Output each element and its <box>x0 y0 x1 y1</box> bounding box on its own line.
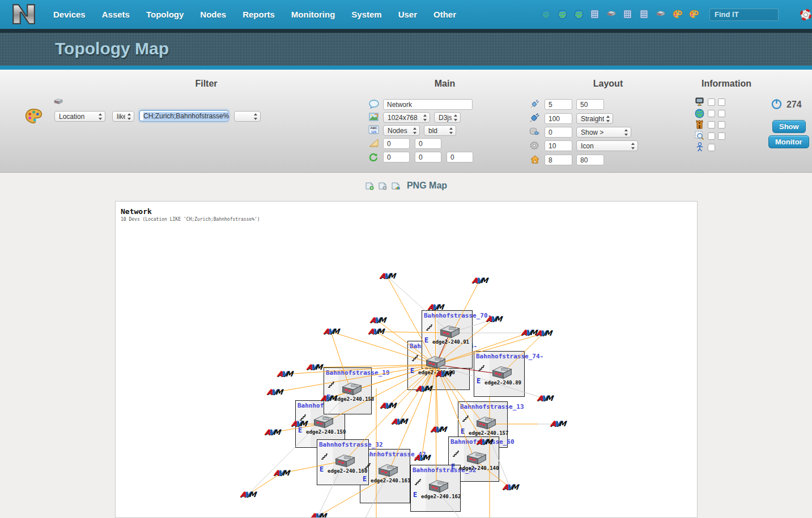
nav-item-other[interactable]: Other <box>433 10 456 19</box>
db-val-input[interactable]: 0 <box>545 127 572 138</box>
avm-node[interactable]: AVM <box>521 328 537 337</box>
link-val1-input[interactable]: 5 <box>545 99 572 110</box>
building-icon[interactable] <box>640 10 650 20</box>
nav-item-topology[interactable]: Topology <box>146 10 184 19</box>
avm-node[interactable]: AVM <box>369 316 385 324</box>
avm-node[interactable]: AVM <box>427 303 443 311</box>
device-box[interactable]: Bahnhofstrasse_32 <box>317 439 369 485</box>
avm-node[interactable]: AVM <box>240 490 256 499</box>
map-settings-icon[interactable] <box>378 182 387 190</box>
avm-node[interactable]: AVM <box>476 438 492 446</box>
map-chart-icon[interactable] <box>391 182 400 190</box>
info-checkbox-4a[interactable] <box>708 132 715 140</box>
device-box[interactable]: Bahnhofstrasse_19 <box>324 367 372 414</box>
avm-node[interactable]: AVM <box>415 384 431 393</box>
gear-val-input[interactable]: 10 <box>545 140 572 151</box>
device-box[interactable]: Bahnhofstrasse_70- <box>422 310 473 369</box>
avm-node[interactable]: AVM <box>277 370 292 378</box>
node-icon-select[interactable]: Icon <box>576 140 638 151</box>
avm-node[interactable]: AVM <box>380 401 396 410</box>
switch-icon[interactable] <box>607 10 617 20</box>
filter-field-select[interactable]: Location <box>54 111 105 122</box>
info-checkbox-1a[interactable] <box>708 99 715 106</box>
avm-node[interactable]: AVM <box>264 428 280 436</box>
avm-node[interactable]: AVM <box>435 370 451 378</box>
info-checkbox-5a[interactable] <box>708 144 715 151</box>
globe-icon[interactable] <box>558 10 568 20</box>
avm-node[interactable]: AVM <box>379 272 395 280</box>
home-val2-input[interactable]: 80 <box>576 155 604 165</box>
palette-icon[interactable] <box>25 108 42 124</box>
grid-y-input[interactable]: 0 <box>415 138 441 149</box>
link-val2-input[interactable]: 50 <box>576 99 604 110</box>
monitor-button[interactable]: Monitor <box>768 135 809 148</box>
device-box[interactable]: Bahnhofstrasse_74- <box>474 351 525 397</box>
palette-icon[interactable] <box>673 10 683 20</box>
filter-query-input[interactable]: CH;Zurich;Bahnhofstrasse% <box>139 110 228 121</box>
info-checkbox-1b[interactable] <box>718 99 725 106</box>
device-box[interactable]: Bahnhofstrasse_52 <box>410 465 461 512</box>
switch-icon[interactable] <box>656 10 666 20</box>
nav-item-devices[interactable]: Devices <box>53 10 86 19</box>
avm-node[interactable]: AVM <box>310 512 326 518</box>
show-button[interactable]: Show <box>772 120 806 133</box>
add-map-icon[interactable] <box>365 182 374 190</box>
help-lifebuoy-icon[interactable] <box>800 9 811 20</box>
filter-extra-select[interactable] <box>234 111 261 122</box>
avm-node[interactable]: AVM <box>306 363 322 371</box>
avm-node[interactable]: AVM <box>414 453 430 462</box>
nav-item-monitoring[interactable]: Monitoring <box>291 10 335 19</box>
avm-node[interactable]: AVM <box>291 419 307 428</box>
info-checkbox-4b[interactable] <box>718 132 725 140</box>
map-size-select[interactable]: 1024x768 <box>383 112 430 123</box>
rotate-b-input[interactable]: 0 <box>415 152 441 162</box>
render-engine-select[interactable]: D3js <box>434 112 461 123</box>
map-name-input[interactable]: Network <box>383 99 473 110</box>
info-checkbox-2b[interactable] <box>718 110 725 117</box>
nedi-logo-icon[interactable] <box>10 2 37 27</box>
power-icon[interactable] <box>771 99 782 109</box>
globe-icon[interactable] <box>574 10 584 20</box>
label-style-select[interactable]: bld <box>424 125 456 136</box>
avm-node[interactable]: AVM <box>486 315 501 323</box>
main-menu: DevicesAssetsTopologyNodesReportsMonitor… <box>53 10 456 19</box>
avm-node[interactable]: AVM <box>537 394 552 403</box>
avm-node[interactable]: AVM <box>550 419 566 428</box>
search-input[interactable] <box>709 8 779 21</box>
link-width-input[interactable]: 100 <box>545 113 572 124</box>
topology-map-canvas[interactable]: Network 10 Devs (Location LIKE 'CH;Zuric… <box>115 201 698 518</box>
grid-x-input[interactable]: 0 <box>383 138 410 149</box>
show-mode-select[interactable]: Show > <box>576 127 631 138</box>
nav-item-user[interactable]: User <box>398 10 417 19</box>
avm-node[interactable]: AVM <box>471 276 487 285</box>
info-checkbox-3b[interactable] <box>718 121 725 129</box>
link-style-select[interactable]: Straight <box>576 113 613 124</box>
avm-node[interactable]: AVM <box>391 417 407 426</box>
palette-icon[interactable] <box>689 10 699 20</box>
nav-item-reports[interactable]: Reports <box>243 10 275 19</box>
avm-node[interactable]: AVM <box>430 425 446 434</box>
filter-operator-select[interactable]: like <box>112 111 134 122</box>
avm-node[interactable]: AVM <box>273 469 289 477</box>
avm-node[interactable]: AVM <box>368 327 384 336</box>
nav-item-assets[interactable]: Assets <box>102 10 130 19</box>
avm-node[interactable]: AVM <box>320 394 336 403</box>
building-icon[interactable] <box>590 10 601 20</box>
nedi-logo-glyph <box>10 2 37 28</box>
building-icon[interactable] <box>623 10 634 20</box>
rotate-a-input[interactable]: 0 <box>383 152 410 162</box>
avm-node[interactable]: AVM <box>535 329 551 337</box>
info-checkbox-3a[interactable] <box>708 121 715 129</box>
home-val1-input[interactable]: 8 <box>545 155 572 165</box>
avm-node[interactable]: AVM <box>266 388 282 396</box>
nav-item-nodes[interactable]: Nodes <box>200 10 226 19</box>
nav-item-system[interactable]: System <box>351 10 381 19</box>
info-checkbox-2a[interactable] <box>708 110 715 117</box>
rotate-c-input[interactable]: 0 <box>447 152 473 162</box>
avm-node[interactable]: AVM <box>323 327 339 336</box>
nav-tool-icons <box>541 10 699 20</box>
avm-node[interactable]: AVM <box>502 483 518 491</box>
globe-dim-icon[interactable] <box>541 10 551 20</box>
label-mode-select[interactable]: Nodes <box>383 125 420 136</box>
zoom-select-icon <box>695 131 704 140</box>
